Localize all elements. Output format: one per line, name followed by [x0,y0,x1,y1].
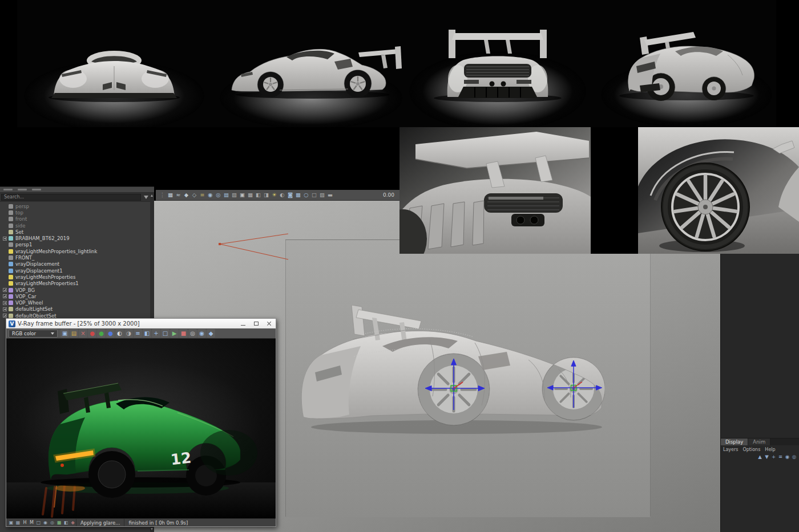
outliner-item[interactable]: VOP_BG [0,287,150,293]
depth-of-field-icon[interactable]: ○ [302,191,310,199]
info-icon[interactable]: ◉ [42,519,49,526]
snap-grid-icon[interactable]: ▦ [167,191,174,199]
outliner-item[interactable]: side [0,222,150,229]
fit-image-icon[interactable]: ◧ [63,519,69,526]
outliner-menubar[interactable] [0,187,154,193]
expand-toggle-icon[interactable] [3,314,7,318]
outliner-item[interactable]: VOP_Wheel [0,299,150,306]
search-input[interactable] [1,194,141,201]
compare-icon[interactable]: ◧ [143,329,151,338]
expand-toggle-icon[interactable] [3,288,7,292]
move-layer-up-icon[interactable]: ▲ [757,453,763,461]
collage-gap [591,127,638,254]
layer-options-icon[interactable]: ≡ [777,453,784,461]
grid-icon[interactable]: ▦ [247,191,254,199]
h-toggle-icon[interactable]: H [22,519,28,526]
expand-toggle-icon[interactable] [3,237,7,241]
outliner-item[interactable]: vrayDisplacement1 [0,267,150,274]
outliner-item[interactable]: vrayLightMeshProperties [0,274,150,280]
m-toggle-icon[interactable]: M [29,519,35,526]
front-view-render [17,0,211,127]
outliner-item[interactable]: defaultLightSet [0,306,150,312]
color-correction-icon[interactable]: ◎ [188,329,197,338]
snap-point-icon[interactable]: ◆ [183,191,190,199]
construction-history-icon[interactable]: ≡ [199,191,206,199]
window-titlebar[interactable]: V V-Ray frame buffer - [25% of 3000 x 20… [6,319,276,328]
ipr-render-icon[interactable]: ◎ [215,191,222,199]
snap-curve-icon[interactable]: ≈ [175,191,182,199]
camera-icon[interactable]: ▣ [239,191,246,199]
outliner-item[interactable]: BRABHAM_BT62_2019 [0,235,150,241]
outliner-item[interactable]: top [0,209,150,216]
render-settings-icon[interactable]: ▤ [223,191,230,199]
paint-effects-icon[interactable]: ▧ [231,191,238,199]
load-image-icon[interactable]: ▤ [70,329,78,338]
layer-visibility-icon[interactable]: ◉ [784,453,790,461]
alpha-channel-icon[interactable]: ◐ [115,329,124,338]
close-button[interactable] [263,319,276,328]
one-to-one-icon[interactable]: ■ [56,519,62,526]
panel-menu-item[interactable]: Layers [723,447,738,452]
panel-menu-item[interactable]: Options [742,447,760,452]
expand-toggle-icon[interactable] [3,294,7,298]
bucket-icon[interactable]: ◆ [70,519,76,526]
blue-channel-icon[interactable]: ● [106,329,115,338]
pixel-info-icon[interactable]: ◆ [207,329,215,338]
outliner-item[interactable]: VOP_Car [0,293,150,299]
menu-dash [3,189,13,190]
film-gate-icon[interactable]: ◧ [255,191,262,199]
panel-tab[interactable]: Anim [748,438,770,445]
stop-render-icon[interactable]: ■ [179,329,188,338]
stamp-icon[interactable]: ▣ [8,519,14,526]
channel-dropdown[interactable]: RGB color [9,330,58,338]
resolution-gate-icon[interactable]: ◨ [263,191,270,199]
expand-toggle-icon[interactable] [3,307,7,311]
render-icon[interactable]: ◉ [207,191,214,199]
outliner-item[interactable]: vrayLightMeshProperties_lightlink [0,248,150,254]
vray-frame-buffer-window[interactable]: V V-Ray frame buffer - [25% of 3000 x 20… [6,318,276,527]
isolate-select-icon[interactable]: □ [310,191,318,199]
aa-filter-icon[interactable]: ▦ [15,519,21,526]
clear-image-icon[interactable]: × [79,329,87,338]
shadows-icon[interactable]: ◐ [279,191,286,199]
outliner-item[interactable]: persp [0,203,150,209]
vfb-history-icon[interactable]: ≡ [134,329,142,338]
outliner-item[interactable]: persp1 [0,242,150,248]
car-model-wireframe[interactable] [285,305,605,448]
displacement-icon [9,262,13,266]
lens-effects-icon[interactable]: ◉ [197,329,206,338]
minimize-button[interactable] [236,319,249,328]
render-image[interactable]: 12 [6,339,276,518]
add-layer-icon[interactable]: + [770,453,777,461]
scroll-up-icon[interactable] [151,194,153,197]
panel-tab[interactable]: Display [721,438,748,445]
xray-icon[interactable]: ▨ [318,191,326,199]
maximize-button[interactable] [249,319,263,328]
scroll-down-icon[interactable] [151,528,153,530]
save-image-icon[interactable]: ▣ [60,329,69,338]
outliner-item[interactable]: FRONT_ [0,254,150,261]
lighting-icon[interactable]: ☀ [271,191,278,199]
outliner-item[interactable]: Set [0,229,150,235]
region-icon[interactable]: □ [35,519,42,526]
track-mouse-icon[interactable]: + [152,329,160,338]
layer-solo-icon[interactable]: ◎ [791,453,797,461]
move-layer-down-icon[interactable]: ▼ [764,453,770,461]
panel-menu-item[interactable]: Help [765,447,775,452]
green-channel-icon[interactable]: ● [97,329,106,338]
zoom-icon[interactable]: ◎ [49,519,55,526]
image-plane-icon[interactable]: ▬ [326,191,334,199]
outliner-item[interactable]: vrayDisplacement [0,261,150,267]
expand-toggle-icon[interactable] [3,301,7,305]
region-render-icon[interactable]: □ [161,329,170,338]
outliner-item[interactable]: front [0,216,150,222]
outliner-item[interactable]: vrayLightMeshProperties1 [0,281,150,287]
monochrome-icon[interactable]: ◑ [124,329,133,338]
anti-alias-icon[interactable]: ▩ [294,191,302,199]
panel-grip-icon[interactable]: ⋮ [159,191,166,199]
ambient-occlusion-icon[interactable]: ◙ [286,191,294,199]
filter-icon[interactable] [144,196,148,199]
red-channel-icon[interactable]: ● [88,329,96,338]
render-last-icon[interactable]: ▶ [170,329,179,338]
snap-plane-icon[interactable]: ◇ [191,191,198,199]
